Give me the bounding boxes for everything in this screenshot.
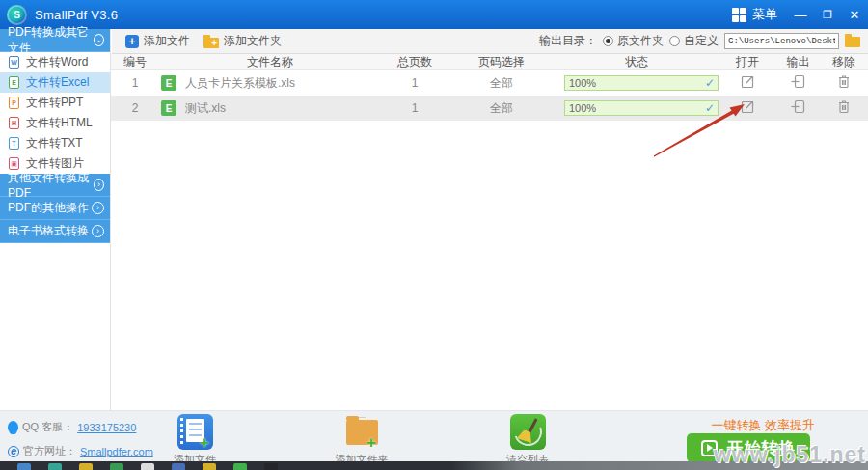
table-row[interactable]: 2 E 测试.xls 1 全部 100% ✓ xyxy=(111,96,868,121)
sidebar-item-to-txt[interactable]: T 文件转TXT xyxy=(0,133,110,153)
radio-source-folder[interactable]: 原文件夹 xyxy=(603,33,664,49)
section-label: 其他文件转换成PDF xyxy=(8,170,94,200)
close-button[interactable]: ✕ xyxy=(841,0,868,29)
taskbar-app-icon[interactable] xyxy=(203,463,216,470)
radio-custom[interactable]: 自定义 xyxy=(669,33,719,49)
col-header-range: 页码选择 xyxy=(448,54,555,70)
excel-file-icon: E xyxy=(9,76,19,89)
html-file-icon: H xyxy=(9,117,19,129)
chevron-right-icon: › xyxy=(92,202,104,214)
add-folder-big-icon: + xyxy=(344,414,380,450)
logo-letter: S xyxy=(14,10,20,20)
word-file-icon: W xyxy=(9,56,19,69)
qq-penguin-icon xyxy=(8,421,18,433)
cell-pages: 1 xyxy=(381,76,448,90)
radio-custom-label: 自定义 xyxy=(684,33,719,49)
qq-contact: QQ 客服： 1933175230 xyxy=(8,420,136,434)
col-header-no: 编号 xyxy=(111,54,159,70)
website-contact: e 官方网址： Smallpdfer.com xyxy=(8,444,153,458)
table-row[interactable]: 1 E 人员卡片关系模板.xls 1 全部 100% ✓ xyxy=(111,70,868,96)
sidebar-item-label: 文件转HTML xyxy=(26,115,93,131)
taskbar-app-icon[interactable] xyxy=(48,463,62,470)
col-header-output: 输出 xyxy=(776,54,820,70)
taskbar-app-icon[interactable] xyxy=(79,463,93,470)
cell-pages: 1 xyxy=(381,101,448,115)
sidebar-item-to-html[interactable]: H 文件转HTML xyxy=(0,113,110,133)
sidebar-section-pdf-to-other[interactable]: PDF转换成其它文件 ⌄ xyxy=(0,29,110,52)
site-link[interactable]: Smallpdfer.com xyxy=(80,446,153,457)
check-icon: ✓ xyxy=(705,101,715,115)
ppt-file-icon: P xyxy=(9,97,19,109)
watermark: www.jb51.net xyxy=(714,442,866,468)
section-label: PDF转换成其它文件 xyxy=(8,24,94,57)
cell-page-range[interactable]: 全部 xyxy=(448,100,555,117)
trash-icon[interactable] xyxy=(837,74,851,89)
promo-text: 一键转换 效率提升 xyxy=(711,417,815,434)
add-file-label: 添加文件 xyxy=(144,33,190,49)
open-file-icon[interactable] xyxy=(741,74,755,89)
col-header-pages: 总页数 xyxy=(381,54,448,70)
app-window: S SmallPdf V3.6 菜单 — ❐ ✕ PDF转换成其它文件 ⌄ W … xyxy=(0,0,868,470)
add-folder-action[interactable]: + 添加文件夹 xyxy=(318,414,405,467)
col-header-open: 打开 xyxy=(719,54,776,70)
app-logo-icon: S xyxy=(7,5,27,25)
minimize-button[interactable]: — xyxy=(787,0,814,29)
progress-value: 100% xyxy=(569,102,596,114)
progress-bar: 100% ✓ xyxy=(564,100,719,116)
sidebar-section-ebook[interactable]: 电子书格式转换 › xyxy=(0,220,110,243)
grid-menu-icon xyxy=(732,8,746,22)
sidebar-item-to-excel[interactable]: E 文件转Excel xyxy=(0,72,110,93)
qq-label: QQ 客服： xyxy=(22,420,73,434)
sidebar-item-label: 文件转Excel xyxy=(26,74,89,91)
taskbar-app-icon[interactable] xyxy=(110,463,123,470)
add-file-big-icon: + xyxy=(177,414,213,450)
cell-no: 1 xyxy=(111,76,159,90)
output-folder-icon[interactable] xyxy=(791,99,805,114)
txt-file-icon: T xyxy=(9,137,19,150)
add-file-button[interactable]: + 添加文件 xyxy=(125,33,190,49)
progress-value: 100% xyxy=(569,77,596,89)
trash-icon[interactable] xyxy=(837,99,851,114)
add-file-action[interactable]: + 添加文件 xyxy=(151,414,238,467)
browse-folder-icon[interactable] xyxy=(845,37,860,47)
cell-no: 2 xyxy=(111,101,159,115)
qq-number-link[interactable]: 1933175230 xyxy=(77,422,136,433)
output-path-input[interactable] xyxy=(724,33,839,49)
col-header-filename: 文件名称 xyxy=(159,54,381,70)
maximize-button[interactable]: ❐ xyxy=(814,0,841,29)
excel-file-icon: E xyxy=(161,100,176,116)
taskbar-app-icon[interactable] xyxy=(264,463,278,470)
taskbar-app-icon[interactable] xyxy=(17,463,31,470)
sidebar: PDF转换成其它文件 ⌄ W 文件转Word E 文件转Excel P 文件转P… xyxy=(0,29,111,410)
output-folder-icon[interactable] xyxy=(791,74,805,89)
sidebar-section-pdf-ops[interactable]: PDF的其他操作 › xyxy=(0,197,110,220)
add-file-plus-icon: + xyxy=(125,35,139,48)
toolbar: + 添加文件 + 添加文件夹 输出目录： 原文件夹 自定义 xyxy=(112,29,868,54)
progress-bar: 100% ✓ xyxy=(564,75,719,91)
sidebar-item-to-ppt[interactable]: P 文件转PPT xyxy=(0,93,110,113)
cell-filename: 测试.xls xyxy=(185,100,226,117)
menu-button[interactable]: 菜单 xyxy=(728,0,787,29)
section-label: PDF的其他操作 xyxy=(8,200,89,216)
check-icon: ✓ xyxy=(705,76,715,90)
add-folder-button[interactable]: + 添加文件夹 xyxy=(203,33,282,49)
taskbar-app-icon[interactable] xyxy=(233,463,247,470)
image-file-icon: ▣ xyxy=(9,157,19,170)
clear-list-action[interactable]: 清空列表 xyxy=(484,414,571,467)
cell-page-range[interactable]: 全部 xyxy=(448,75,555,92)
col-header-remove: 移除 xyxy=(820,54,868,70)
chevron-down-icon: ⌄ xyxy=(94,34,104,46)
site-label: 官方网址： xyxy=(23,444,76,458)
open-file-icon[interactable] xyxy=(741,99,755,114)
section-label: 电子书格式转换 xyxy=(8,223,89,239)
chevron-right-icon: › xyxy=(92,225,104,237)
browser-e-icon: e xyxy=(8,446,19,457)
window-title: SmallPdf V3.6 xyxy=(35,8,118,22)
taskbar-app-icon[interactable] xyxy=(172,463,185,470)
add-folder-icon: + xyxy=(203,38,219,48)
radio-source-folder-icon xyxy=(603,36,613,46)
taskbar-app-icon[interactable] xyxy=(141,463,154,470)
menu-label: 菜单 xyxy=(752,6,777,23)
cell-filename: 人员卡片关系模板.xls xyxy=(185,75,295,92)
sidebar-section-other-to-pdf[interactable]: 其他文件转换成PDF › xyxy=(0,174,110,197)
